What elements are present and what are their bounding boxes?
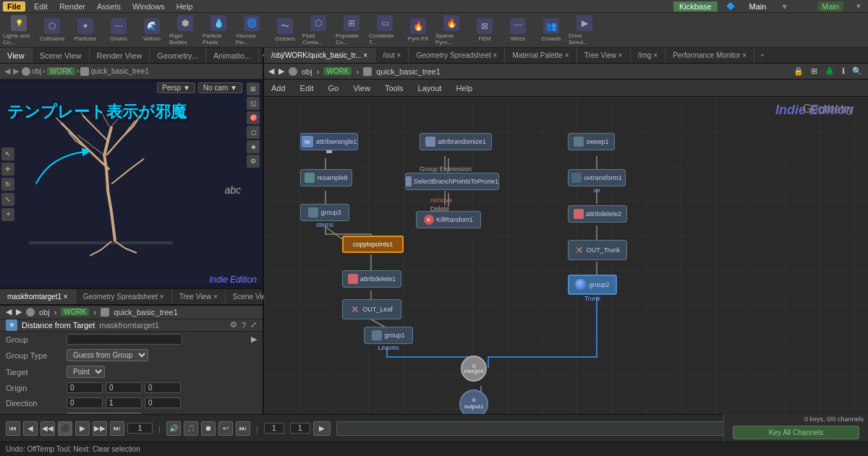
- toolbar-fluid-conta[interactable]: ⬡ Fluid Conta...: [302, 14, 334, 46]
- tool-rotate[interactable]: ↻: [1, 178, 14, 191]
- node-info-icon[interactable]: ℹ: [842, 66, 845, 76]
- viewport-3d[interactable]: テンプレート表示が邪魔 Persp ▼ No cam ▼ ↖ ✛ ↻ ⤡ ⌖ ⊞…: [0, 79, 263, 288]
- node-search-icon[interactable]: 🔍: [852, 66, 862, 76]
- props-origin-z[interactable]: [145, 382, 181, 393]
- props-target-select[interactable]: Point: [67, 366, 105, 378]
- nav-forward[interactable]: ▶: [13, 66, 19, 76]
- tab-perf-monitor[interactable]: Performance Monitor ×: [665, 48, 754, 63]
- node-lock-icon[interactable]: 🔒: [793, 66, 804, 76]
- btn-stop[interactable]: ⬛: [58, 421, 72, 436]
- end-frame-input[interactable]: [290, 423, 310, 434]
- props-origin-x[interactable]: [67, 382, 103, 393]
- toolbar-drive-simul[interactable]: ▶ Drive Simul...: [569, 14, 600, 46]
- node-attribdelete1[interactable]: attribdelete1: [342, 270, 401, 288]
- node-obj[interactable]: obj: [302, 67, 312, 76]
- tool-move[interactable]: ✛: [1, 163, 14, 176]
- view-icon-4[interactable]: ◻: [247, 126, 260, 139]
- btn-loop[interactable]: ↩: [218, 421, 233, 436]
- node-forward[interactable]: ▶: [278, 66, 284, 76]
- tab-maskfromtarget[interactable]: maskfromtarget1 ×: [0, 289, 76, 304]
- props-help-icon[interactable]: ?: [242, 321, 246, 330]
- nocam-btn[interactable]: No cam ▼: [198, 82, 242, 93]
- node-group1[interactable]: group1 Leaves: [364, 327, 413, 351]
- breadcrumb-obj[interactable]: obj: [32, 67, 41, 75]
- toolbar-lights-channels[interactable]: 💡 Lights and Co...: [3, 14, 35, 46]
- props-group-type-select[interactable]: Guess from Group: [67, 349, 148, 361]
- breadcrumb-work[interactable]: WORK: [47, 67, 75, 75]
- node-copytopoints1[interactable]: copytopoints1: [342, 236, 404, 253]
- node-out-trunk[interactable]: ✕ OUT_Trunk: [568, 240, 627, 260]
- node-merge4[interactable]: ⚙ merge4: [461, 356, 487, 382]
- props-direction-z[interactable]: [145, 397, 181, 408]
- tab-geometry-spreadsheet-left[interactable]: Geometry...: [150, 48, 206, 63]
- tab-animation[interactable]: Animatio...: [206, 48, 259, 63]
- toolbar-container[interactable]: ▭ Container T...: [369, 14, 401, 46]
- tab-tree-view-left[interactable]: Tree View ×: [172, 289, 226, 304]
- tab-geom-spreadsheet[interactable]: Geometry Spreadsheet ×: [76, 289, 172, 304]
- node-group2[interactable]: group2 Trunk: [568, 275, 617, 302]
- tool-scale[interactable]: ⤡: [1, 193, 14, 206]
- menu-layout[interactable]: Layout: [415, 82, 445, 94]
- props-work[interactable]: WORK: [61, 308, 89, 316]
- menu-edit-nodes[interactable]: Edit: [297, 82, 317, 94]
- tab-geom-spread[interactable]: Geometry Spreadsheet ×: [409, 48, 505, 63]
- btn-metronome[interactable]: 🎵: [184, 421, 198, 436]
- toolbar-vellum[interactable]: 🌊 Vellum: [136, 14, 168, 46]
- tool-handle[interactable]: ⌖: [1, 208, 14, 221]
- toolbar-wires[interactable]: 〰 Wires: [502, 14, 534, 46]
- node-attribwrangle1[interactable]: W attribwrangle1: [300, 133, 358, 153]
- toolbar-populate-co[interactable]: ⊞ Populate Co...: [336, 14, 367, 46]
- toolbar-oceans[interactable]: 〜 Oceans: [269, 14, 301, 46]
- toolbar-fem[interactable]: ⊠ FEM: [469, 14, 501, 46]
- btn-skip-frames[interactable]: ⏭: [236, 421, 250, 436]
- node-killrandom1[interactable]: ✕ KillRandom1: [416, 211, 481, 228]
- props-group-arrow[interactable]: ▶: [251, 335, 257, 344]
- tab-node-path[interactable]: /obj/WORK/quick_basic_tr... ×: [264, 48, 375, 63]
- node-resample8[interactable]: resample8: [300, 169, 352, 186]
- tab-treeview[interactable]: Tree View ×: [577, 48, 631, 63]
- toolbar-grains[interactable]: ⋯ Grains: [103, 14, 135, 46]
- view-icon-2[interactable]: ◱: [247, 97, 260, 110]
- toolbar-viscous[interactable]: 🌀 Viscous Flu...: [236, 14, 268, 46]
- menu-edit[interactable]: Edit: [31, 2, 51, 11]
- btn-play-back[interactable]: ◀◀: [41, 421, 55, 436]
- node-back[interactable]: ◀: [268, 66, 274, 76]
- props-origin-y[interactable]: [106, 382, 142, 393]
- btn-play-fwd[interactable]: ▶: [75, 421, 90, 436]
- props-gear-icon[interactable]: ⚙: [230, 320, 237, 330]
- menu-windows[interactable]: Windows: [129, 2, 168, 11]
- tab-img[interactable]: /img ×: [631, 48, 666, 63]
- node-attribdelete2[interactable]: attribdelete2: [568, 205, 627, 223]
- timeline-scrubber[interactable]: [336, 421, 756, 436]
- toolbar-rigid-bodies[interactable]: ⬢ Rigid Bodies: [169, 14, 201, 46]
- menu-render[interactable]: Render: [56, 2, 88, 11]
- btn-audio[interactable]: 🔊: [166, 421, 181, 436]
- tool-select[interactable]: ↖: [1, 147, 14, 160]
- view-icon-6[interactable]: ⚙: [247, 155, 260, 168]
- menu-help[interactable]: Help: [174, 2, 196, 11]
- btn-prev-frame[interactable]: ◀: [23, 421, 38, 436]
- start-frame-input[interactable]: [264, 423, 284, 434]
- menu-view-nodes[interactable]: View: [350, 82, 373, 94]
- node-out-leaf[interactable]: ✕ OUT_Leaf: [342, 299, 401, 319]
- node-sweep1[interactable]: sweep1: [568, 133, 615, 150]
- node-layout-icon[interactable]: ⊞: [811, 66, 817, 76]
- props-obj[interactable]: obj: [39, 308, 50, 317]
- node-selectbranch[interactable]: SelectBranchPointsToPrune1: [405, 173, 499, 190]
- menu-assets[interactable]: Assets: [94, 2, 124, 11]
- nav-back[interactable]: ◀: [4, 66, 10, 76]
- toolbar-particles[interactable]: ✦ Particles: [69, 14, 101, 46]
- toolbar-sparse-pyro[interactable]: 🔥 Sparse Pyro...: [435, 14, 467, 46]
- tab-scene-view[interactable]: Scene View: [33, 48, 90, 63]
- menu-help-nodes[interactable]: Help: [454, 82, 476, 94]
- current-frame-input[interactable]: [127, 423, 153, 434]
- props-direction-x[interactable]: [67, 397, 103, 408]
- btn-rec[interactable]: ⏺: [201, 421, 216, 436]
- key-all-channels-btn[interactable]: Key All Channels: [733, 426, 859, 439]
- props-group-input[interactable]: [67, 334, 182, 345]
- node-tree2-icon[interactable]: 🌲: [825, 66, 835, 76]
- props-expand-icon[interactable]: ⤢: [250, 320, 257, 330]
- btn-skip-end[interactable]: ⏭: [110, 421, 124, 436]
- toolbar-crowds[interactable]: 👥 Crowds: [535, 14, 567, 46]
- node-uvtransform1[interactable]: uvtransform1 uv: [568, 169, 626, 194]
